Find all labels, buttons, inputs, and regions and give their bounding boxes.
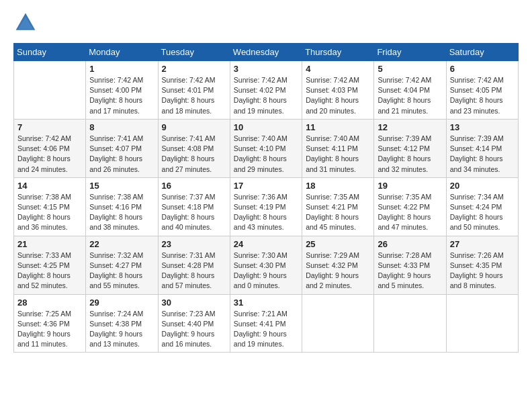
day-cell-21: 21Sunrise: 7:33 AMSunset: 4:25 PMDayligh… — [14, 236, 86, 294]
day-cell-9: 9Sunrise: 7:41 AMSunset: 4:08 PMDaylight… — [158, 119, 230, 177]
day-number: 23 — [162, 239, 226, 249]
day-number: 6 — [450, 64, 515, 74]
day-cell-7: 7Sunrise: 7:42 AMSunset: 4:06 PMDaylight… — [14, 119, 86, 177]
weekday-wednesday: Wednesday — [230, 44, 302, 61]
day-cell-31: 31Sunrise: 7:21 AMSunset: 4:41 PMDayligh… — [230, 294, 302, 353]
day-number: 19 — [378, 181, 442, 191]
day-number: 9 — [162, 122, 226, 132]
calendar-container: SundayMondayTuesdayWednesdayThursdayFrid… — [0, 0, 532, 363]
day-number: 27 — [450, 239, 515, 249]
day-info: Sunrise: 7:40 AMSunset: 4:11 PMDaylight:… — [306, 134, 370, 175]
day-cell-27: 27Sunrise: 7:26 AMSunset: 4:35 PMDayligh… — [446, 236, 518, 294]
day-info: Sunrise: 7:23 AMSunset: 4:40 PMDaylight:… — [162, 309, 226, 350]
weekday-thursday: Thursday — [302, 44, 374, 61]
day-info: Sunrise: 7:25 AMSunset: 4:36 PMDaylight:… — [17, 309, 82, 350]
day-number: 15 — [89, 181, 154, 191]
weekday-saturday: Saturday — [446, 44, 518, 61]
day-info: Sunrise: 7:42 AMSunset: 4:02 PMDaylight:… — [234, 75, 298, 116]
day-info: Sunrise: 7:21 AMSunset: 4:41 PMDaylight:… — [234, 309, 298, 350]
day-number: 3 — [234, 64, 298, 74]
day-info: Sunrise: 7:40 AMSunset: 4:10 PMDaylight:… — [234, 134, 298, 175]
day-info: Sunrise: 7:24 AMSunset: 4:38 PMDaylight:… — [89, 309, 154, 350]
empty-cell — [374, 294, 446, 353]
day-info: Sunrise: 7:42 AMSunset: 4:06 PMDaylight:… — [17, 134, 82, 175]
day-info: Sunrise: 7:34 AMSunset: 4:24 PMDaylight:… — [450, 192, 515, 233]
day-info: Sunrise: 7:37 AMSunset: 4:18 PMDaylight:… — [162, 192, 226, 233]
day-info: Sunrise: 7:42 AMSunset: 4:05 PMDaylight:… — [450, 75, 515, 116]
day-info: Sunrise: 7:38 AMSunset: 4:15 PMDaylight:… — [17, 192, 82, 233]
header — [13, 11, 519, 35]
day-number: 28 — [17, 298, 82, 308]
day-number: 13 — [450, 122, 515, 132]
weekday-tuesday: Tuesday — [158, 44, 230, 61]
day-number: 31 — [234, 298, 298, 308]
day-number: 1 — [89, 64, 154, 74]
day-cell-20: 20Sunrise: 7:34 AMSunset: 4:24 PMDayligh… — [446, 177, 518, 236]
day-number: 2 — [162, 64, 226, 74]
day-cell-22: 22Sunrise: 7:32 AMSunset: 4:27 PMDayligh… — [86, 236, 158, 294]
empty-cell — [302, 294, 374, 353]
day-cell-3: 3Sunrise: 7:42 AMSunset: 4:02 PMDaylight… — [230, 61, 302, 120]
day-info: Sunrise: 7:28 AMSunset: 4:33 PMDaylight:… — [378, 250, 442, 291]
day-number: 5 — [378, 64, 442, 74]
day-info: Sunrise: 7:35 AMSunset: 4:22 PMDaylight:… — [378, 192, 442, 233]
day-cell-17: 17Sunrise: 7:36 AMSunset: 4:19 PMDayligh… — [230, 177, 302, 236]
logo-icon — [13, 11, 38, 35]
day-number: 24 — [234, 239, 298, 249]
day-number: 22 — [89, 239, 154, 249]
day-number: 12 — [378, 122, 442, 132]
day-number: 8 — [89, 122, 154, 132]
day-cell-14: 14Sunrise: 7:38 AMSunset: 4:15 PMDayligh… — [14, 177, 86, 236]
day-number: 30 — [162, 298, 226, 308]
day-info: Sunrise: 7:33 AMSunset: 4:25 PMDaylight:… — [17, 250, 82, 291]
empty-cell — [446, 294, 518, 353]
day-cell-16: 16Sunrise: 7:37 AMSunset: 4:18 PMDayligh… — [158, 177, 230, 236]
day-info: Sunrise: 7:30 AMSunset: 4:30 PMDaylight:… — [234, 250, 298, 291]
day-cell-12: 12Sunrise: 7:39 AMSunset: 4:12 PMDayligh… — [374, 119, 446, 177]
day-info: Sunrise: 7:38 AMSunset: 4:16 PMDaylight:… — [89, 192, 154, 233]
week-row-5: 28Sunrise: 7:25 AMSunset: 4:36 PMDayligh… — [14, 294, 519, 353]
day-cell-5: 5Sunrise: 7:42 AMSunset: 4:04 PMDaylight… — [374, 61, 446, 120]
day-number: 4 — [306, 64, 370, 74]
day-info: Sunrise: 7:31 AMSunset: 4:28 PMDaylight:… — [162, 250, 226, 291]
day-number: 14 — [17, 181, 82, 191]
day-number: 29 — [89, 298, 154, 308]
day-info: Sunrise: 7:26 AMSunset: 4:35 PMDaylight:… — [450, 250, 515, 291]
day-cell-8: 8Sunrise: 7:41 AMSunset: 4:07 PMDaylight… — [86, 119, 158, 177]
day-info: Sunrise: 7:41 AMSunset: 4:08 PMDaylight:… — [162, 134, 226, 175]
day-info: Sunrise: 7:36 AMSunset: 4:19 PMDaylight:… — [234, 192, 298, 233]
day-info: Sunrise: 7:39 AMSunset: 4:12 PMDaylight:… — [378, 134, 442, 175]
weekday-friday: Friday — [374, 44, 446, 61]
day-number: 16 — [162, 181, 226, 191]
day-number: 20 — [450, 181, 515, 191]
day-cell-28: 28Sunrise: 7:25 AMSunset: 4:36 PMDayligh… — [14, 294, 86, 353]
week-row-4: 21Sunrise: 7:33 AMSunset: 4:25 PMDayligh… — [14, 236, 519, 294]
day-cell-18: 18Sunrise: 7:35 AMSunset: 4:21 PMDayligh… — [302, 177, 374, 236]
day-number: 26 — [378, 239, 442, 249]
week-row-1: 1Sunrise: 7:42 AMSunset: 4:00 PMDaylight… — [14, 61, 519, 120]
day-number: 7 — [17, 122, 82, 132]
day-number: 21 — [17, 239, 82, 249]
day-cell-4: 4Sunrise: 7:42 AMSunset: 4:03 PMDaylight… — [302, 61, 374, 120]
week-row-2: 7Sunrise: 7:42 AMSunset: 4:06 PMDaylight… — [14, 119, 519, 177]
day-cell-29: 29Sunrise: 7:24 AMSunset: 4:38 PMDayligh… — [86, 294, 158, 353]
weekday-monday: Monday — [86, 44, 158, 61]
day-info: Sunrise: 7:42 AMSunset: 4:03 PMDaylight:… — [306, 75, 370, 116]
day-cell-30: 30Sunrise: 7:23 AMSunset: 4:40 PMDayligh… — [158, 294, 230, 353]
week-row-3: 14Sunrise: 7:38 AMSunset: 4:15 PMDayligh… — [14, 177, 519, 236]
calendar-table: SundayMondayTuesdayWednesdayThursdayFrid… — [13, 43, 519, 353]
day-number: 10 — [234, 122, 298, 132]
day-info: Sunrise: 7:41 AMSunset: 4:07 PMDaylight:… — [89, 134, 154, 175]
day-cell-1: 1Sunrise: 7:42 AMSunset: 4:00 PMDaylight… — [86, 61, 158, 120]
day-info: Sunrise: 7:42 AMSunset: 4:04 PMDaylight:… — [378, 75, 442, 116]
day-cell-25: 25Sunrise: 7:29 AMSunset: 4:32 PMDayligh… — [302, 236, 374, 294]
day-cell-23: 23Sunrise: 7:31 AMSunset: 4:28 PMDayligh… — [158, 236, 230, 294]
day-number: 11 — [306, 122, 370, 132]
weekday-sunday: Sunday — [14, 44, 86, 61]
day-cell-15: 15Sunrise: 7:38 AMSunset: 4:16 PMDayligh… — [86, 177, 158, 236]
day-cell-24: 24Sunrise: 7:30 AMSunset: 4:30 PMDayligh… — [230, 236, 302, 294]
empty-cell — [14, 61, 86, 120]
day-info: Sunrise: 7:39 AMSunset: 4:14 PMDaylight:… — [450, 134, 515, 175]
weekday-header-row: SundayMondayTuesdayWednesdayThursdayFrid… — [14, 44, 519, 61]
logo — [13, 11, 40, 35]
